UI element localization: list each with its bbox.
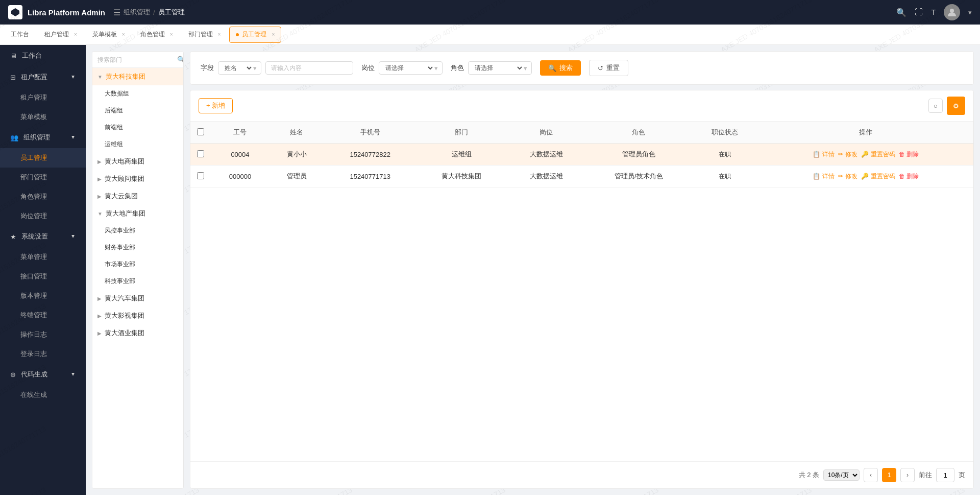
sidebar-item-position[interactable]: 岗位管理 [0, 206, 86, 226]
row-checkbox-0[interactable] [197, 150, 204, 157]
tree-node-4[interactable]: 运维组 [92, 136, 183, 153]
filter-role-wrap[interactable]: 请选择 ▾ [468, 61, 532, 75]
filter-content-input[interactable] [265, 61, 353, 75]
reset-pwd-link-0[interactable]: 🔑 重置密码 [861, 151, 895, 158]
sidebar-item-employee[interactable]: 员工管理 [0, 148, 86, 168]
refresh-button[interactable]: ○ [928, 99, 943, 113]
col-employee-id: 工号 [211, 122, 270, 144]
search-icon[interactable]: 🔍 [896, 8, 906, 17]
page-1-button[interactable]: 1 [882, 468, 896, 482]
sidebar-item-login-log[interactable]: 登录日志 [0, 344, 86, 364]
filter-role-select[interactable]: 请选择 [473, 64, 524, 72]
breadcrumb-org: 组织管理 [124, 8, 150, 17]
tab-tenant[interactable]: 租户管理 × [38, 27, 84, 43]
role-dropdown-icon: ▾ [524, 64, 527, 72]
filter-field-select-wrap[interactable]: 姓名 工号 手机号 ▾ [218, 61, 261, 75]
font-icon[interactable]: T [931, 8, 936, 16]
prev-page-button[interactable]: ‹ [864, 468, 878, 482]
tab-tenant-close[interactable]: × [74, 32, 77, 37]
tree-node-11[interactable]: 市场事业部 [92, 256, 183, 273]
tab-menu-template[interactable]: 菜单模板 × [86, 27, 132, 43]
tree-node-13[interactable]: ▶ 黄大汽车集团 [92, 290, 183, 307]
tab-role[interactable]: 角色管理 × [134, 27, 180, 43]
dept-search-icon[interactable]: 🔍 [177, 56, 184, 63]
sidebar-item-role[interactable]: 角色管理 [0, 187, 86, 206]
tree-arrow-icon: ▶ [97, 331, 102, 336]
tab-dept-close[interactable]: × [218, 32, 221, 37]
tree-node-2[interactable]: 后端组 [92, 102, 183, 119]
settings-button[interactable]: ⚙ [947, 97, 965, 115]
field-dropdown-icon: ▾ [253, 64, 257, 72]
tab-role-close[interactable]: × [170, 32, 173, 37]
sidebar-item-version-mgmt[interactable]: 版本管理 [0, 286, 86, 305]
avatar[interactable] [944, 4, 960, 20]
sidebar-item-menu-template[interactable]: 菜单模板 [0, 107, 86, 127]
tree-node-14[interactable]: ▶ 黄大影视集团 [92, 307, 183, 324]
edit-link-0[interactable]: ✏ 修改 [838, 151, 857, 158]
expand-icon[interactable]: ⛶ [915, 8, 923, 17]
filter-role-item: 角色 请选择 ▾ [451, 61, 532, 75]
sidebar-group-code-header[interactable]: ⊕ 代码生成 ▲ [0, 364, 86, 385]
row-checkbox-1[interactable] [197, 172, 204, 179]
tab-dept[interactable]: 部门管理 × [182, 27, 228, 43]
star-icon: ★ [10, 233, 16, 241]
tree-node-0[interactable]: ▼ 黄大科技集团 [92, 68, 183, 85]
sidebar-item-op-log[interactable]: 操作日志 [0, 325, 86, 344]
filter-field-select[interactable]: 姓名 工号 手机号 [223, 64, 253, 72]
sidebar-group-org-header[interactable]: 👥 组织管理 ▲ [0, 127, 86, 148]
edit-link-1[interactable]: ✏ 修改 [838, 173, 857, 180]
tree-node-7[interactable]: ▶ 黄大云集团 [92, 187, 183, 205]
detail-link-1[interactable]: 📋 详情 [813, 173, 834, 180]
sidebar-group-sys-header[interactable]: ★ 系统设置 ▲ [0, 226, 86, 247]
sidebar-item-workbench[interactable]: 🖥 工作台 [0, 45, 86, 66]
menu-icon[interactable]: ☰ [113, 8, 120, 17]
desktop-icon: 🖥 [10, 52, 17, 60]
tab-workbench[interactable]: 工作台 [4, 27, 36, 43]
tree-node-12[interactable]: 科技事业部 [92, 273, 183, 290]
tree-node-9[interactable]: 风控事业部 [92, 222, 183, 239]
add-employee-button[interactable]: + 新增 [199, 98, 233, 113]
reset-pwd-link-1[interactable]: 🔑 重置密码 [861, 173, 895, 180]
cell-position-0: 大数据运维 [507, 144, 585, 166]
user-dropdown-icon[interactable]: ▾ [968, 9, 972, 16]
dept-search-input[interactable] [97, 56, 174, 63]
sidebar-item-menu-mgmt[interactable]: 菜单管理 [0, 247, 86, 267]
table-row: 00004 黄小小 15240772822 运维组 大数据运维 管理员角色 在职… [190, 144, 973, 166]
tree-node-5[interactable]: ▶ 黄大电商集团 [92, 153, 183, 170]
tab-employee[interactable]: 员工管理 × [229, 27, 281, 43]
tab-employee-close[interactable]: × [272, 32, 275, 37]
sidebar-item-api-mgmt[interactable]: 接口管理 [0, 267, 86, 286]
position-dropdown-icon: ▾ [434, 64, 438, 72]
sidebar-item-terminal-mgmt[interactable]: 终端管理 [0, 305, 86, 325]
sidebar-item-online-gen[interactable]: 在线生成 [0, 385, 86, 405]
page-goto-input[interactable] [936, 468, 954, 482]
filter-position-select[interactable]: 请选择 [383, 64, 434, 72]
detail-link-0[interactable]: 📋 详情 [813, 151, 834, 158]
filter-position-wrap[interactable]: 请选择 ▾ [379, 61, 443, 75]
col-phone: 手机号 [324, 122, 416, 144]
select-all-checkbox[interactable] [197, 128, 204, 135]
tree-node-3[interactable]: 前端组 [92, 119, 183, 136]
delete-link-1[interactable]: 🗑 删除 [899, 173, 919, 180]
sidebar-item-tenant-mgmt[interactable]: 租户管理 [0, 88, 86, 107]
search-button[interactable]: 🔍 搜索 [540, 60, 581, 76]
tree-node-8[interactable]: ▼ 黄大地产集团 [92, 205, 183, 222]
tree-node-10[interactable]: 财务事业部 [92, 239, 183, 256]
cell-name-1: 管理员 [270, 166, 324, 187]
cell-position-1: 大数据运维 [507, 166, 585, 187]
col-name: 姓名 [270, 122, 324, 144]
sidebar-group-tenant-header[interactable]: ⊞ 租户配置 ▲ [0, 66, 86, 88]
table-wrapper: 工号 姓名 手机号 部门 岗位 角色 职位状态 操作 [190, 122, 973, 461]
tree-node-15[interactable]: ▶ 黄大酒业集团 [92, 324, 183, 342]
tree-arrow-icon: ▶ [97, 176, 102, 182]
delete-link-0[interactable]: 🗑 删除 [899, 151, 919, 158]
tree-node-6[interactable]: ▶ 黄大顾问集团 [92, 170, 183, 187]
next-page-button[interactable]: › [900, 468, 915, 482]
header-right: 🔍 ⛶ T ▾ [896, 4, 972, 20]
tab-menu-template-close[interactable]: × [122, 32, 125, 37]
tree-node-1[interactable]: 大数据组 [92, 85, 183, 102]
reset-button[interactable]: ↺ 重置 [589, 60, 628, 76]
dept-tree: ▼ 黄大科技集团大数据组后端组前端组运维组▶ 黄大电商集团▶ 黄大顾问集团▶ 黄… [92, 68, 183, 342]
page-size-select[interactable]: 10条/页 20条/页 50条/页 [823, 469, 860, 481]
sidebar-item-dept[interactable]: 部门管理 [0, 168, 86, 187]
